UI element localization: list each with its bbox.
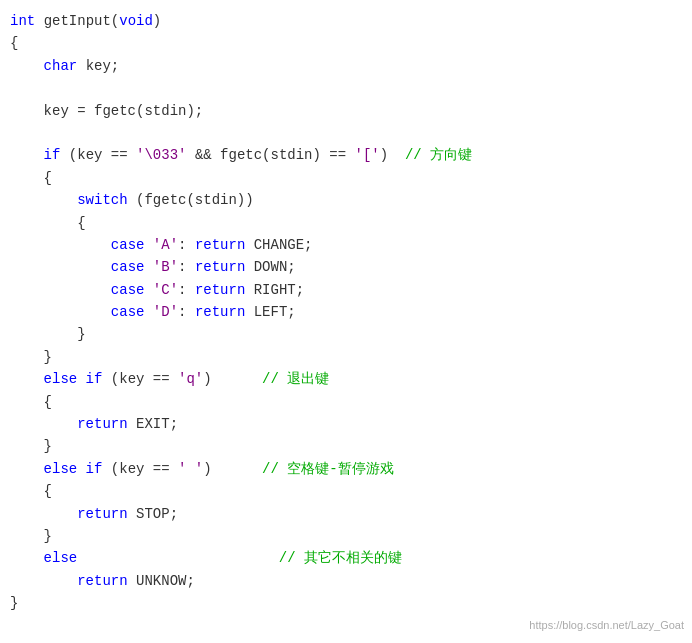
- code-container: int getInput(void) { char key; key = fge…: [0, 0, 692, 643]
- code-block: int getInput(void) { char key; key = fge…: [10, 10, 676, 615]
- watermark: https://blog.csdn.net/Lazy_Goat: [529, 617, 684, 635]
